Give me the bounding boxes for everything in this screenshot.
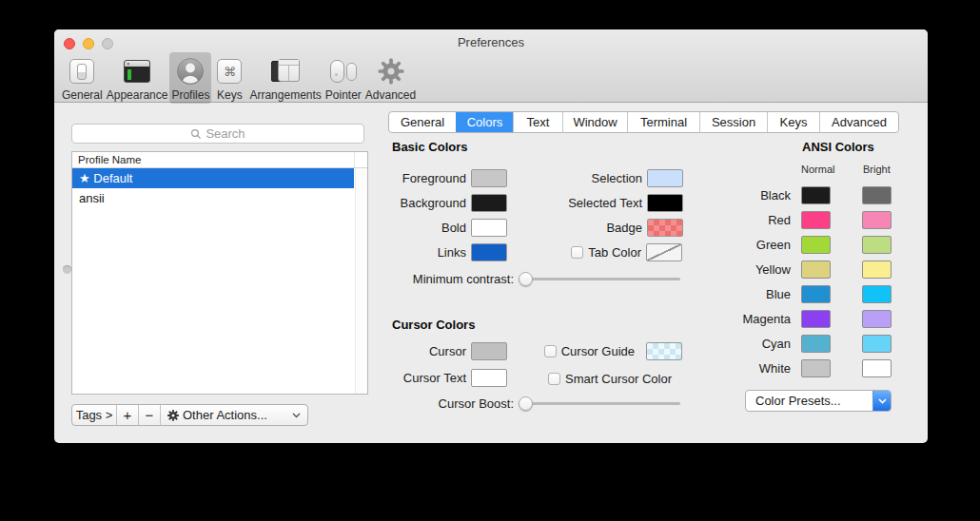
ansi-white-label: White [710,361,791,376]
slider-knob[interactable] [519,396,533,411]
ansi-blue-bright-swatch[interactable] [862,285,892,303]
cursor-label: Cursor [330,344,466,358]
preferences-toolbar: General × Appearance [60,52,418,104]
tab-keys[interactable]: Keys [767,112,819,132]
search-placeholder: Search [206,126,245,141]
profile-list: Profile Name ★ Default ansii [71,151,368,395]
toolbar-item-arrangements[interactable]: Arrangements [247,52,323,104]
min-contrast-slider[interactable] [519,272,680,286]
cursor-text-swatch[interactable] [471,369,507,387]
preferences-window: Preferences General × Appearance [54,29,928,443]
color-presets-select[interactable]: Color Presets... [745,390,892,412]
min-contrast-label: Minimum contrast: [330,272,514,286]
badge-swatch[interactable] [647,219,683,237]
toolbar-item-keys[interactable]: ⌘ Keys [211,52,247,104]
ansi-magenta-bright-swatch[interactable] [862,310,892,328]
ansi-black-bright-swatch[interactable] [862,186,892,204]
ansi-red-normal-swatch[interactable] [801,211,831,229]
tab-advanced[interactable]: Advanced [819,112,898,132]
tab-terminal[interactable]: Terminal [627,112,699,132]
title-toolbar-chrome: Preferences General × Appearance [54,29,928,103]
ansi-cyan-label: Cyan [710,337,791,351]
toolbar-item-pointer[interactable]: Pointer [323,52,363,104]
toolbar-label: Pointer [325,88,362,102]
tab-color-checkbox[interactable] [571,246,583,259]
cursor-boost-label: Cursor Boost: [330,396,514,411]
tab-general[interactable]: General [389,112,456,132]
other-actions-button[interactable]: Other Actions... [160,405,307,425]
ansi-cyan-bright-swatch[interactable] [862,335,892,353]
ansi-blue-normal-swatch[interactable] [801,285,831,303]
ansi-cyan-normal-swatch[interactable] [801,335,831,353]
ansi-green-bright-swatch[interactable] [862,236,892,254]
chevron-down-icon [292,413,301,418]
profile-list-header: Profile Name [72,152,367,168]
ansi-green-normal-swatch[interactable] [801,236,831,254]
toolbar-item-general[interactable]: General [60,52,105,104]
toolbar-item-advanced[interactable]: Advanced [363,52,418,104]
slider-knob[interactable] [519,272,533,286]
remove-profile-button[interactable]: − [138,405,160,425]
profile-actions-bar: Tags > + − Other Actions... [71,404,308,426]
ansi-green-label: Green [710,238,791,252]
minimize-button[interactable] [83,38,94,49]
appearance-icon: × [121,55,153,87]
ansi-blue-label: Blue [710,287,791,301]
general-icon [66,55,98,87]
tags-button[interactable]: Tags > [72,405,116,425]
cursor-guide-swatch[interactable] [646,342,682,360]
ansi-black-label: Black [710,188,791,203]
ansi-white-bright-swatch[interactable] [862,359,892,377]
smart-cursor-label: Smart Cursor Color [565,372,672,386]
toolbar-label: Advanced [365,88,416,102]
zoom-button[interactable] [102,38,113,49]
profile-row-ansii[interactable]: ansii [72,188,354,208]
arrangements-icon [269,55,302,87]
tab-color-swatch[interactable] [646,243,682,261]
toolbar-label: Arrangements [249,88,321,102]
ansi-white-normal-swatch[interactable] [801,359,831,377]
selection-swatch[interactable] [647,169,683,187]
ansi-yellow-normal-swatch[interactable] [801,260,831,279]
traffic-lights [64,38,113,49]
window-edge-dot [63,265,71,274]
dropdown-arrow-button [872,391,891,411]
selected-text-label: Selected Text [482,196,642,210]
toolbar-label: Profiles [171,88,209,102]
ansi-colors-heading: ANSI Colors [802,140,874,154]
badge-label: Badge [482,221,642,235]
search-input[interactable]: Search [71,124,364,144]
toolbar-label: General [62,88,103,102]
toolbar-label: Keys [217,88,243,102]
window-title: Preferences [54,35,928,49]
toolbar-item-appearance[interactable]: × Appearance [105,52,170,104]
profiles-icon [174,55,206,87]
ansi-yellow-bright-swatch[interactable] [862,260,892,279]
tab-window[interactable]: Window [562,112,627,132]
search-icon [190,128,202,140]
close-button[interactable] [64,38,75,49]
add-profile-button[interactable]: + [116,405,138,425]
normal-column-header: Normal [801,164,834,175]
settings-tabbar: General Colors Text Window Terminal Sess… [388,111,899,133]
tab-session[interactable]: Session [699,112,767,132]
toolbar-item-profiles[interactable]: Profiles [169,52,211,104]
ansi-black-normal-swatch[interactable] [801,186,831,204]
background-label: Background [330,196,466,210]
ansi-red-bright-swatch[interactable] [862,211,892,229]
tab-text[interactable]: Text [513,112,562,132]
links-label: Links [330,245,466,260]
cursor-colors-heading: Cursor Colors [392,318,475,332]
basic-colors-heading: Basic Colors [392,140,467,154]
smart-cursor-checkbox[interactable] [548,373,560,385]
ansi-magenta-normal-swatch[interactable] [801,310,831,328]
ansi-magenta-label: Magenta [710,312,791,326]
pointer-icon [327,55,360,87]
bright-column-header: Bright [863,164,891,175]
selected-text-swatch[interactable] [647,194,683,212]
tab-colors[interactable]: Colors [456,112,513,132]
ansi-red-label: Red [710,213,791,227]
profile-row-default[interactable]: ★ Default [72,168,354,188]
cursor-guide-checkbox[interactable] [544,345,557,357]
cursor-boost-slider[interactable] [519,396,680,411]
